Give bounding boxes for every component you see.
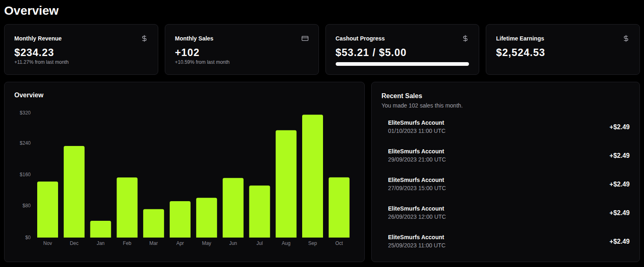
- svg-text:Sep: Sep: [308, 240, 317, 246]
- svg-text:Jan: Jan: [96, 240, 104, 246]
- svg-text:Jun: Jun: [229, 240, 237, 246]
- svg-text:$160: $160: [20, 172, 31, 177]
- svg-text:Aug: Aug: [282, 240, 290, 246]
- svg-text:Apr: Apr: [176, 240, 184, 246]
- svg-text:$80: $80: [22, 203, 31, 209]
- svg-text:Nov: Nov: [43, 240, 52, 246]
- svg-text:Oct: Oct: [335, 240, 343, 246]
- svg-text:May: May: [202, 240, 211, 246]
- svg-text:$0: $0: [25, 235, 31, 240]
- svg-text:Feb: Feb: [123, 240, 132, 246]
- svg-text:$240: $240: [20, 140, 31, 146]
- svg-text:Mar: Mar: [149, 240, 158, 246]
- svg-text:Jul: Jul: [256, 240, 263, 246]
- svg-text:$320: $320: [20, 110, 31, 116]
- svg-text:Dec: Dec: [70, 240, 79, 246]
